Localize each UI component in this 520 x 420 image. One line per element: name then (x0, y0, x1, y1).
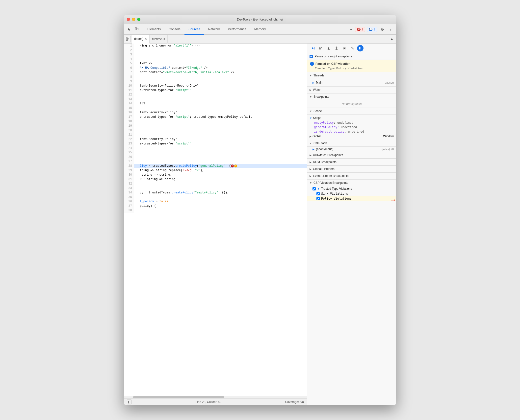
call-stack-header[interactable]: Call Stack (307, 140, 396, 147)
tab-console[interactable]: Console (165, 24, 184, 35)
threads-header[interactable]: Threads (307, 72, 396, 79)
scope-script-label: Script (313, 116, 321, 120)
line-content-32 (134, 182, 307, 186)
mobile-view-btn[interactable] (133, 26, 140, 33)
code-line-26: 26 (124, 155, 307, 159)
code-line-7: 7 ort" content="width=device-width, init… (124, 70, 307, 75)
code-editor[interactable]: 1 <img src=1 onerror='alert(1)'> --> 2 3… (124, 44, 307, 396)
call-func-0: (anonymous) (316, 147, 333, 151)
policy-violations-label[interactable]: Policy Violations (316, 197, 390, 200)
toolbar-right: ✕ 1 💬 1 ⚙ ⋮ (355, 26, 394, 33)
error-icon: ✕ (357, 28, 361, 31)
settings-button[interactable]: ⚙ (379, 26, 386, 33)
scope-header[interactable]: Scope (307, 108, 396, 115)
code-line-34: 34 cy = trustedTypes.createPolicy("empty… (124, 190, 307, 195)
threads-section: Threads ▶ Main paused (307, 72, 396, 87)
policy-violations-checkbox[interactable] (316, 197, 320, 200)
tab-network[interactable]: Network (204, 24, 224, 35)
tab-elements[interactable]: Elements (143, 24, 165, 35)
dom-breakpoints-header[interactable]: DOM Breakpoints (307, 159, 396, 165)
step-out-btn[interactable] (333, 45, 340, 51)
show-navigator-btn[interactable] (125, 36, 131, 42)
more-options-button[interactable]: ⋮ (387, 26, 394, 33)
pause-on-exceptions-toggle[interactable] (357, 45, 364, 51)
scrollbar-thumb[interactable] (133, 396, 225, 398)
warning-indicator: ! (234, 164, 237, 167)
line-num-14: 14 (124, 101, 134, 106)
line-content-34: cy = trustedTypes.createPolicy("emptyPol… (134, 190, 307, 195)
code-line-16: 16 tent-Security-Policy" (124, 110, 307, 115)
close-button[interactable] (127, 18, 130, 21)
line-content-9 (134, 79, 307, 84)
thread-main[interactable]: ▶ Main paused (307, 80, 396, 85)
xhr-triangle (310, 154, 312, 157)
line-content-4 (134, 57, 307, 61)
pretty-print-btn[interactable]: { } (127, 399, 132, 404)
xhr-label: XHR/fetch Breakpoints (313, 153, 343, 157)
horizontal-scrollbar[interactable] (124, 396, 307, 398)
devtools-window: DevTools - tt-enforced.glitch.me/ Elemen… (124, 15, 396, 405)
sink-violations-label[interactable]: Sink Violations (316, 192, 394, 195)
trusted-type-violations-text: Trusted Type Violations (321, 187, 352, 190)
scope-script-header[interactable]: Script (307, 116, 396, 120)
global-listeners-header[interactable]: Global Listeners (307, 166, 396, 172)
breakpoints-header[interactable]: Breakpoints (307, 93, 396, 100)
line-content-29: tring => string.replace(/\</g, "<"), (134, 168, 307, 173)
right-panel: Pause on caught exceptions i Paused on C… (307, 44, 396, 405)
scope-val-0: undefined (337, 121, 353, 124)
maximize-button[interactable] (137, 18, 140, 21)
code-line-30: 30 string => string, (124, 173, 307, 177)
line-content-21 (134, 133, 307, 137)
code-line-3: 3 (124, 52, 307, 57)
resume-btn[interactable] (310, 45, 316, 51)
line-num-37: 37 (124, 204, 134, 208)
file-tab-index-close[interactable]: × (145, 37, 147, 41)
code-line-21: 21 (124, 133, 307, 137)
trusted-type-violations-checkbox[interactable] (312, 187, 316, 190)
svg-rect-6 (314, 47, 314, 49)
scope-global-label: Global (312, 135, 321, 138)
minimize-button[interactable] (132, 18, 135, 21)
file-tab-runtime[interactable]: runtime.js (150, 35, 168, 44)
tab-memory[interactable]: Memory (250, 24, 270, 35)
step-over-btn[interactable] (317, 45, 324, 51)
watch-header[interactable]: Watch (307, 87, 396, 93)
code-line-35: 35 (124, 195, 307, 199)
more-tabs-btn[interactable]: » (347, 26, 354, 33)
error-badge[interactable]: ✕ 1 (355, 27, 365, 32)
message-badge[interactable]: 💬 1 (367, 27, 377, 32)
main-toolbar: Elements Console Sources Network Perform… (124, 24, 396, 35)
scope-global-row[interactable]: Global Window (307, 134, 396, 139)
line-content-12 (134, 93, 307, 97)
run-snippet-btn[interactable]: ▶ (388, 36, 395, 43)
threads-content: ▶ Main paused (307, 79, 396, 86)
trusted-type-violations-label[interactable]: ▼ Trusted Type Violations (312, 187, 394, 190)
line-content-25 (134, 150, 307, 155)
global-listeners-label: Global Listeners (313, 167, 335, 171)
status-bar: { } Line 28, Column 42 Coverage: n/a (124, 398, 307, 405)
dom-triangle (310, 161, 312, 163)
breakpoints-label: Breakpoints (313, 95, 329, 98)
code-line-32: 32 (124, 182, 307, 186)
tab-performance[interactable]: Performance (224, 24, 250, 35)
thread-main-left: ▶ Main (312, 81, 322, 84)
line-content-3 (134, 52, 307, 57)
pause-exceptions-checkbox[interactable] (310, 55, 313, 58)
step-into-btn[interactable] (325, 45, 332, 51)
cursor-tool-btn[interactable] (126, 26, 133, 33)
sink-violations-text: Sink Violations (321, 192, 348, 195)
event-breakpoints-header[interactable]: Event Listener Breakpoints (307, 173, 396, 179)
event-label: Event Listener Breakpoints (313, 174, 348, 178)
file-tab-index[interactable]: (index) × (132, 35, 150, 44)
step-back-btn[interactable] (341, 45, 348, 51)
csp-triangle (310, 182, 312, 184)
csp-trusted-type-item: ▼ Trusted Type Violations (307, 186, 396, 191)
line-content-28: licy = trustedTypes.createPolicy("genera… (134, 164, 307, 168)
tab-sources[interactable]: Sources (184, 24, 204, 35)
sink-violations-checkbox[interactable] (316, 192, 320, 195)
call-stack-item-0[interactable]: ▶ (anonymous) (index):28 (307, 147, 396, 152)
csp-breakpoints-header[interactable]: CSP Violation Breakpoints (307, 180, 396, 186)
deactivate-breakpoints-btn[interactable] (349, 45, 356, 51)
call-stack-arrow: ▶ (312, 148, 314, 151)
xhr-breakpoints-header[interactable]: XHR/fetch Breakpoints (307, 152, 396, 159)
